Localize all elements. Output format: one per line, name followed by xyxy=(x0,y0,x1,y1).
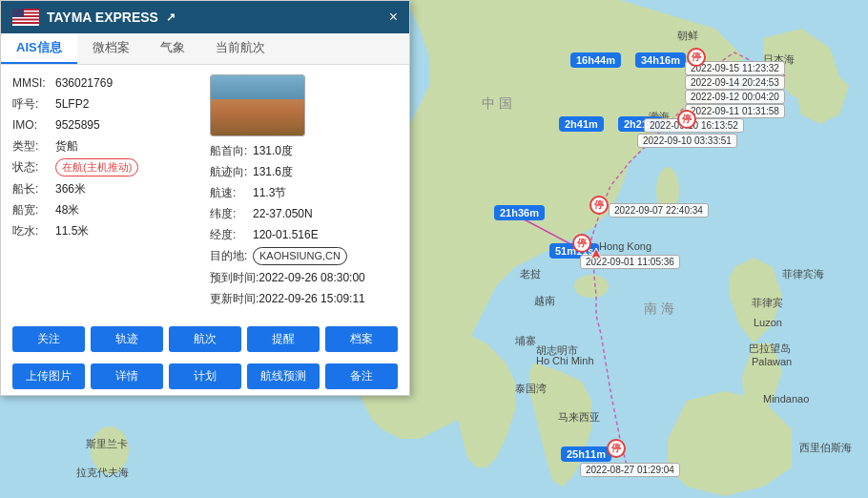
philippines-label: 菲律宾 xyxy=(752,296,783,310)
time-badge-3: 2h41m xyxy=(559,116,604,132)
action-buttons-row1: 关注 轨迹 航次 提醒 档案 xyxy=(1,321,409,358)
status-value: 在航(主机推动) xyxy=(55,158,138,176)
celebes-label: 西里伯斯海 xyxy=(799,441,852,455)
draft-value: 11.5米 xyxy=(55,222,89,239)
south-sea-label: 南 海 xyxy=(644,301,674,318)
route-forecast-button[interactable]: 航线预测 xyxy=(247,363,320,389)
type-label: 类型: xyxy=(12,137,55,155)
ship-name: TAYMA EXPRESS xyxy=(47,10,158,25)
ts-4: 2022-09-11 01:31:58 xyxy=(685,104,785,118)
tab-weather[interactable]: 气象 xyxy=(145,33,200,64)
thailand-gulf-label: 泰国湾 xyxy=(515,382,547,396)
svg-marker-14 xyxy=(590,248,602,259)
hongkong-label: Hong Kong xyxy=(599,240,651,252)
close-button[interactable]: × xyxy=(389,10,398,25)
imo-label: IMO: xyxy=(12,116,55,134)
tab-ais[interactable]: AIS信息 xyxy=(1,33,77,64)
update-value: 2022-09-26 15:09:11 xyxy=(258,290,364,307)
time-badge-7: 25h11m xyxy=(561,446,611,462)
file-button[interactable]: 档案 xyxy=(325,326,398,352)
srilanka-label: 斯里兰卡 xyxy=(86,437,128,451)
eta-value: 2022-09-26 08:30:00 xyxy=(258,269,364,286)
dest-value: KAOHSIUNG,CN xyxy=(253,247,347,265)
info-panel: TAYMA EXPRESS ↗ × AIS信息 微档案 气象 当前航次 MMSI… xyxy=(0,0,410,396)
stop-badge-5: 停 xyxy=(607,439,626,458)
china-label: 中 国 xyxy=(482,95,512,113)
alert-button[interactable]: 提醒 xyxy=(247,326,320,352)
external-link-icon[interactable]: ↗ xyxy=(166,10,176,24)
malaysia-label: 马来西亚 xyxy=(558,410,600,425)
tabs-bar: AIS信息 微档案 气象 当前航次 xyxy=(1,33,409,65)
palawan-en-label: Palawan xyxy=(752,356,792,367)
follow-button[interactable]: 关注 xyxy=(12,326,85,352)
speed-value: 11.3节 xyxy=(253,184,286,201)
ts-3: 2022-09-12 00:04:20 xyxy=(685,90,785,104)
imo-value: 9525895 xyxy=(55,116,100,134)
length-value: 366米 xyxy=(55,180,86,197)
note-button[interactable]: 备注 xyxy=(325,363,398,389)
hochiminh-en-label: Ho Chi Minh xyxy=(536,355,594,366)
ts-9: 2022-08-27 01:29:04 xyxy=(580,463,680,477)
status-label: 状态: xyxy=(12,158,55,176)
eta-label: 预到时间: xyxy=(210,269,258,286)
mindanao-label: Mindanao xyxy=(763,393,809,405)
plan-button[interactable]: 计划 xyxy=(169,363,241,389)
lon-label: 经度: xyxy=(210,226,253,243)
north-korea-label: 朝鲜 xyxy=(677,29,698,43)
cog-value: 131.6度 xyxy=(253,163,293,180)
luzon-label: Luzon xyxy=(754,317,782,328)
callsign-label: 呼号: xyxy=(12,95,55,113)
lat-value: 22-37.050N xyxy=(253,205,313,222)
detail-button[interactable]: 详情 xyxy=(91,363,163,389)
draft-label: 吃水: xyxy=(12,222,55,239)
vietnam-label: 越南 xyxy=(534,294,555,308)
ts-6: 2022-09-10 03:33:51 xyxy=(637,134,737,148)
svg-point-12 xyxy=(574,275,609,298)
lon-value: 120-01.516E xyxy=(253,226,319,243)
mmsi-label: MMSI: xyxy=(12,74,55,92)
stop-badge-2: 停 xyxy=(677,110,696,129)
upload-button[interactable]: 上传图片 xyxy=(12,363,85,389)
flag-icon xyxy=(12,9,39,26)
info-right-column: 船首向: 131.0度 航迹向: 131.6度 航速: 11.3节 纬度: 22… xyxy=(210,74,398,311)
svg-rect-19 xyxy=(12,21,39,23)
svg-rect-21 xyxy=(12,9,24,17)
dest-label: 目的地: xyxy=(210,247,253,264)
stop-badge-1: 停 xyxy=(687,48,706,67)
cambodia-label: 埔寨 xyxy=(515,334,536,348)
cog-label: 航迹向: xyxy=(210,163,253,180)
ts-2: 2022-09-14 20:24:53 xyxy=(685,75,785,90)
track-button[interactable]: 轨迹 xyxy=(91,326,163,352)
heading-value: 131.0度 xyxy=(253,142,293,159)
mmsi-value: 636021769 xyxy=(55,74,113,92)
ship-position xyxy=(587,246,606,268)
type-value: 货船 xyxy=(55,137,78,155)
width-value: 48米 xyxy=(55,201,79,218)
speed-label: 航速: xyxy=(210,184,253,201)
action-buttons-row2: 上传图片 详情 计划 航线预测 备注 xyxy=(1,358,409,395)
philippine-sea-label: 菲律宾海 xyxy=(782,267,824,281)
ts-7: 2022-09-07 22:40:34 xyxy=(609,203,709,218)
heading-label: 船首向: xyxy=(210,142,253,159)
length-label: 船长: xyxy=(12,180,55,197)
tab-profile[interactable]: 微档案 xyxy=(77,33,145,64)
panel-header: TAYMA EXPRESS ↗ × xyxy=(1,1,409,33)
update-label: 更新时间: xyxy=(210,290,258,307)
time-badge-2: 34h16m xyxy=(635,52,686,68)
svg-rect-20 xyxy=(12,24,39,26)
time-badge-1: 16h44m xyxy=(570,52,621,68)
tab-voyage[interactable]: 当前航次 xyxy=(200,33,280,64)
palawan-label: 巴拉望岛 xyxy=(749,342,791,356)
laos-label: 老挝 xyxy=(520,267,541,281)
laccadive-label: 拉克代夫海 xyxy=(76,466,129,480)
voyage-button[interactable]: 航次 xyxy=(169,326,241,352)
info-left-column: MMSI: 636021769 呼号: 5LFP2 IMO: 9525895 类… xyxy=(12,74,200,311)
stop-badge-3: 停 xyxy=(589,196,609,215)
time-badge-5: 21h36m xyxy=(494,205,545,220)
svg-rect-18 xyxy=(12,17,39,19)
width-label: 船宽: xyxy=(12,201,55,218)
lat-label: 纬度: xyxy=(210,205,253,222)
ship-photo xyxy=(210,74,305,136)
callsign-value: 5LFP2 xyxy=(55,95,89,113)
